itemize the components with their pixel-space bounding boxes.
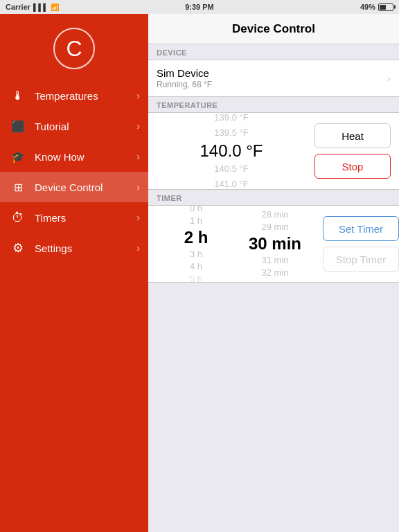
sidebar-item-label: Know How xyxy=(35,151,136,163)
min-item-32: 32 min xyxy=(261,267,288,279)
status-bar: Carrier ▌▌▌ 📶 9:39 PM 49% xyxy=(0,0,399,14)
device-name: Sim Device xyxy=(157,67,387,79)
min-item-29: 29 min xyxy=(261,221,288,233)
page-title: Device Control xyxy=(232,22,315,36)
hour-item-1: 1 h xyxy=(190,215,202,227)
chevron-right-icon: › xyxy=(136,90,140,101)
temp-item-1: 139.0 °F xyxy=(214,113,248,125)
min-item-33: 33 min xyxy=(261,279,288,282)
timers-icon: ⏱ xyxy=(8,211,28,225)
hour-item-selected: 2 h xyxy=(184,227,209,248)
temp-item-4: 140.5 °F xyxy=(214,161,248,177)
wifi-icon: 📶 xyxy=(51,3,59,11)
temperature-picker-container: 138.5 °F 139.0 °F 139.5 °F 140.0 °F 140.… xyxy=(148,112,399,190)
status-right: 49% xyxy=(360,3,393,11)
hour-item-3: 3 h xyxy=(190,248,202,260)
device-control-icon: ⊞ xyxy=(8,181,28,194)
sidebar-item-tutorial[interactable]: ⬛ Tutorial › xyxy=(0,111,148,141)
nav-bar: Device Control xyxy=(148,14,399,44)
set-timer-button[interactable]: Set Timer xyxy=(323,216,399,241)
chevron-right-icon: › xyxy=(136,181,140,193)
temp-item-selected: 140.0 °F xyxy=(200,141,263,161)
status-time: 9:39 PM xyxy=(185,3,214,11)
device-section-header: DEVICE xyxy=(148,44,399,60)
temp-item-5: 141.0 °F xyxy=(214,177,248,189)
sidebar-item-label: Timers xyxy=(35,212,136,224)
device-status: Running, 68 °F xyxy=(157,80,387,89)
hour-item-4: 4 h xyxy=(190,260,202,273)
right-content: Device Control DEVICE Sim Device Running… xyxy=(148,14,399,532)
settings-icon: ⚙ xyxy=(8,240,28,256)
hours-picker[interactable]: 0 h 1 h 2 h 3 h 4 h 5 h xyxy=(157,206,236,282)
sidebar-item-label: Device Control xyxy=(35,181,136,193)
sidebar: C 🌡 Temperatures › ⬛ Tutorial › 🎓 Know H… xyxy=(0,14,148,532)
timer-pickers: 0 h 1 h 2 h 3 h 4 h 5 h 27 min 28 min 29… xyxy=(157,206,314,282)
timer-buttons: Set Timer Stop Timer xyxy=(314,216,399,272)
chevron-right-icon: › xyxy=(136,242,140,254)
chevron-right-icon: › xyxy=(387,73,391,84)
signal-icon: ▌▌▌ xyxy=(33,3,48,11)
hour-item-0v: 0 h xyxy=(190,206,202,215)
chevron-right-icon: › xyxy=(136,151,140,162)
sidebar-item-label: Tutorial xyxy=(35,121,136,132)
battery-percent: 49% xyxy=(360,3,375,11)
temp-item-2: 139.5 °F xyxy=(214,125,248,141)
min-item-31: 31 min xyxy=(261,254,288,267)
heat-button[interactable]: Heat xyxy=(314,123,391,148)
timer-section-header: TIMER xyxy=(148,190,399,205)
chevron-right-icon: › xyxy=(136,121,140,132)
carrier-label: Carrier xyxy=(6,3,30,11)
status-left: Carrier ▌▌▌ 📶 xyxy=(6,3,59,11)
sidebar-item-knowhow[interactable]: 🎓 Know How › xyxy=(0,141,148,172)
timer-picker-container: 0 h 1 h 2 h 3 h 4 h 5 h 27 min 28 min 29… xyxy=(148,205,399,283)
bottom-space xyxy=(148,283,399,532)
temperature-buttons: Heat Stop xyxy=(306,123,391,179)
stop-timer-button[interactable]: Stop Timer xyxy=(323,247,399,272)
min-item-selected: 30 min xyxy=(249,233,301,254)
sidebar-item-device-control[interactable]: ⊞ Device Control › xyxy=(0,172,148,202)
sidebar-logo: C xyxy=(0,14,148,80)
device-info: Sim Device Running, 68 °F xyxy=(157,67,387,89)
temperature-section-header: TEMPERATURE xyxy=(148,97,399,112)
sidebar-item-label: Temperatures xyxy=(35,90,136,102)
device-row[interactable]: Sim Device Running, 68 °F › xyxy=(148,60,399,96)
sidebar-nav: 🌡 Temperatures › ⬛ Tutorial › 🎓 Know How… xyxy=(0,80,148,532)
sidebar-item-temperatures[interactable]: 🌡 Temperatures › xyxy=(0,80,148,111)
sidebar-item-settings[interactable]: ⚙ Settings › xyxy=(0,233,148,263)
sidebar-item-label: Settings xyxy=(35,242,136,254)
app-body: C 🌡 Temperatures › ⬛ Tutorial › 🎓 Know H… xyxy=(0,14,399,532)
knowhow-icon: 🎓 xyxy=(8,150,28,163)
app-logo: C xyxy=(53,28,95,69)
thermometer-icon: 🌡 xyxy=(8,89,28,103)
tutorial-icon: ⬛ xyxy=(8,120,28,133)
stop-button[interactable]: Stop xyxy=(314,154,391,179)
min-item-28: 28 min xyxy=(261,209,288,221)
temperature-picker[interactable]: 138.5 °F 139.0 °F 139.5 °F 140.0 °F 140.… xyxy=(157,113,306,189)
hour-item-5: 5 h xyxy=(190,273,202,282)
device-section: Sim Device Running, 68 °F › xyxy=(148,60,399,97)
minutes-picker[interactable]: 27 min 28 min 29 min 30 min 31 min 32 mi… xyxy=(236,206,314,282)
sidebar-item-timers[interactable]: ⏱ Timers › xyxy=(0,202,148,233)
logo-letter: C xyxy=(66,36,82,62)
chevron-right-icon: › xyxy=(136,212,140,223)
battery-icon xyxy=(378,3,393,11)
